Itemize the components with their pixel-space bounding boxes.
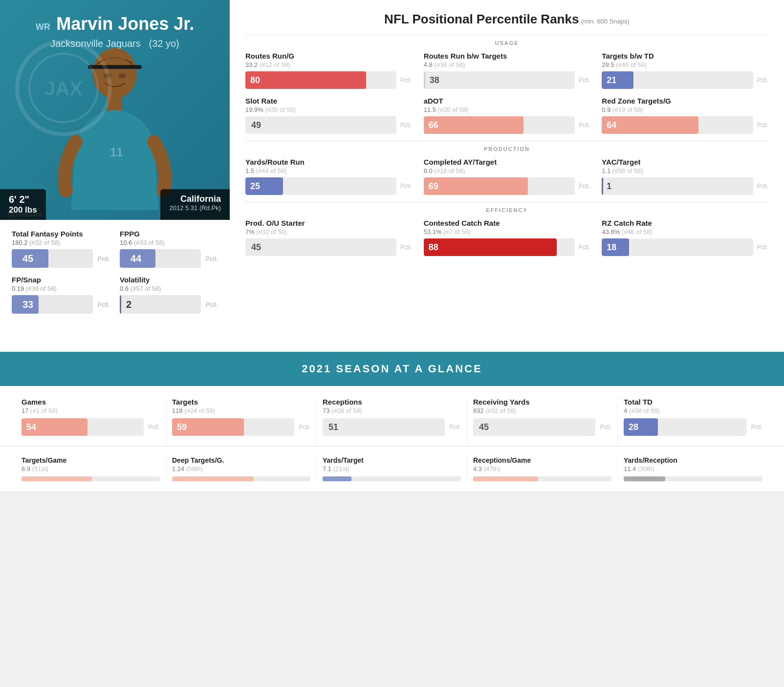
efficiency-divider [245, 202, 768, 202]
metric-rz-catch: RZ Catch Rate 43.8% (#48 of 58) 18 Pctl. [602, 219, 768, 256]
stat-bar: 2 [120, 295, 201, 314]
bottom-receptions-game: Receptions/Game 4.3 (47th) [467, 456, 618, 481]
left-panel: WR Marvin Jones Jr. Jacksonville Jaguars… [0, 0, 230, 352]
position-label: WR [36, 22, 50, 32]
svg-point-6 [118, 73, 126, 78]
season-stat-receptions: Receptions 73 (#28 of 58) 51 Pctl. [317, 398, 467, 446]
metric-contested-catch: Contested Catch Rate 53.1% (#7 of 58) 88… [424, 219, 590, 256]
stat-bar-fill: 45 [12, 249, 48, 268]
right-panel-title: NFL Positional Percentile Ranks [384, 12, 579, 26]
pctl-label: Pctl. [206, 255, 218, 262]
height-weight: 6' 2" 200 lbs [0, 189, 46, 220]
stat-rank: 180.2 (#32 of 58) [12, 239, 110, 246]
season-stat-receiving-yards: Receiving Yards 832 (#32 of 58) 45 Pctl. [467, 398, 618, 446]
svg-text:JAX: JAX [44, 78, 83, 99]
metric-targets-bw-td: Targets b/w TD 29.5 (#46 of 58) 21 Pctl. [602, 52, 768, 89]
stat-rank: 10.6 (#33 of 58) [120, 239, 218, 246]
college-draft: California 2012 5.31 (Rd.Pk) [160, 189, 230, 220]
production-grid: Yards/Route Run 1.5 (#44 of 58) 25 Pctl.… [245, 158, 768, 195]
pctl-label: Pctl. [98, 301, 110, 308]
metric-prod-ou: Prod. O/U Starter 7% (#32 of 58) 45 Pctl… [245, 219, 412, 256]
efficiency-label: EFFICIENCY [245, 207, 768, 213]
metric-yards-route: Yards/Route Run 1.5 (#44 of 58) 25 Pctl. [245, 158, 412, 195]
stat-number: 44 [126, 253, 141, 264]
left-stats: Total Fantasy Points 180.2 (#32 of 58) 4… [0, 220, 230, 352]
stat-number: 2 [121, 299, 131, 310]
stat-number: 33 [18, 299, 33, 310]
stat-fp-snap: FP/Snap 0.19 (#39 of 58) 33 Pctl. [12, 276, 110, 314]
stat-total-fantasy: Total Fantasy Points 180.2 (#32 of 58) 4… [12, 230, 110, 268]
stat-grid: Total Fantasy Points 180.2 (#32 of 58) 4… [12, 230, 218, 314]
main-container: WR Marvin Jones Jr. Jacksonville Jaguars… [0, 0, 784, 491]
metric-slot-rate: Slot Rate 19.9% (#30 of 58) 49 Pctl. [245, 97, 412, 134]
stat-bar-row: 2 Pctl. [120, 295, 218, 314]
stat-label: Volatility [120, 276, 218, 284]
bottom-deep-targets: Deep Targets/G. 1.24 (59th) [166, 456, 317, 481]
vitals-bar: 6' 2" 200 lbs California 2012 5.31 (Rd.P… [0, 189, 230, 220]
stat-bar-fill: 44 [120, 249, 155, 268]
metric-adot: aDOT 11.5 (#20 of 58) 66 Pctl. [424, 97, 590, 134]
height: 6' 2" [9, 194, 37, 205]
stat-fppg: FPPG 10.6 (#33 of 58) 44 Pctl. [120, 230, 218, 268]
bottom-targets-game: Targets/Game 6.9 (51st) [16, 456, 166, 481]
draft: 2012 5.31 (Rd.Pk) [169, 204, 221, 212]
bottom-yards-target: Yards/Target 7.1 (21st) [317, 456, 467, 481]
stat-bar: 44 [120, 249, 201, 268]
season-glance-banner: 2021 SEASON AT A GLANCE [0, 352, 784, 386]
pctl-label: Pctl. [206, 301, 218, 308]
player-header: WR Marvin Jones Jr. Jacksonville Jaguars… [0, 0, 230, 220]
stat-label: FP/Snap [12, 276, 110, 284]
player-name: Marvin Jones Jr. [56, 14, 194, 34]
metric-routes-bw-targets: Routes Run b/w Targets 4.8 (#36 of 58) 3… [424, 52, 590, 89]
right-panel: NFL Positional Percentile Ranks (min. 60… [230, 0, 784, 352]
stat-bar-fill: 33 [12, 295, 39, 314]
pctl-label: Pctl. [98, 255, 110, 262]
metric-rz-targets: Red Zone Targets/G 0.9 (#19 of 58) 64 Pc… [602, 97, 768, 134]
stat-bar: 33 [12, 295, 93, 314]
stat-bar: 45 [12, 249, 93, 268]
stat-rank: 0.6 (#57 of 58) [120, 285, 218, 292]
bottom-yards-reception: Yards/Reception 11.4 (30th) [618, 456, 768, 481]
stat-label: Total Fantasy Points [12, 230, 110, 238]
metric-routes-run-g: Routes Run/G 33.2 (#12 of 58) 80 Pctl. [245, 52, 412, 89]
season-stat-total-td: Total TD 4 (#38 of 58) 28 Pctl. [618, 398, 768, 446]
season-stats-grid: Games 17 (#1 of 58) 54 Pctl. Targets 118… [16, 398, 768, 446]
season-glance-title: 2021 SEASON AT A GLANCE [302, 363, 482, 375]
top-section: WR Marvin Jones Jr. Jacksonville Jaguars… [0, 0, 784, 352]
season-stat-games: Games 17 (#1 of 58) 54 Pctl. [16, 398, 166, 446]
team-logo-watermark: JAX [15, 39, 112, 137]
bottom-row: Targets/Game 6.9 (51st) Deep Targets/G. … [0, 446, 784, 491]
stat-bar-row: 33 Pctl. [12, 295, 110, 314]
player-position-name: WR Marvin Jones Jr. [10, 14, 220, 34]
stat-volatility: Volatility 0.6 (#57 of 58) 2 Pctl. [120, 276, 218, 314]
metric-completed-ay: Completed AY/Target 6.0 (#18 of 58) 69 P… [424, 158, 590, 195]
usage-label: USAGE [245, 40, 768, 46]
season-stats: Games 17 (#1 of 58) 54 Pctl. Targets 118… [0, 386, 784, 446]
stat-number: 45 [18, 253, 33, 264]
season-stat-targets: Targets 118 (#24 of 58) 59 Pctl. [166, 398, 317, 446]
bottom-grid: Targets/Game 6.9 (51st) Deep Targets/G. … [16, 456, 768, 481]
usage-divider [245, 35, 768, 35]
stat-bar-row: 45 Pctl. [12, 249, 110, 268]
stat-rank: 0.19 (#39 of 58) [12, 285, 110, 292]
college: California [169, 194, 221, 204]
efficiency-grid: Prod. O/U Starter 7% (#32 of 58) 45 Pctl… [245, 219, 768, 256]
svg-text:11: 11 [110, 146, 123, 159]
usage-grid: Routes Run/G 33.2 (#12 of 58) 80 Pctl. R… [245, 52, 768, 134]
stat-bar-row: 44 Pctl. [120, 249, 218, 268]
production-divider [245, 141, 768, 141]
stat-label: FPPG [120, 230, 218, 238]
right-panel-header: NFL Positional Percentile Ranks (min. 60… [245, 12, 768, 27]
production-label: PRODUCTION [245, 146, 768, 152]
right-panel-subtitle: (min. 600 Snaps) [581, 18, 630, 25]
weight: 200 lbs [9, 205, 37, 215]
metric-yac-target: YAC/Target 1.1 (#58 of 58) 1 Pctl. [602, 158, 768, 195]
